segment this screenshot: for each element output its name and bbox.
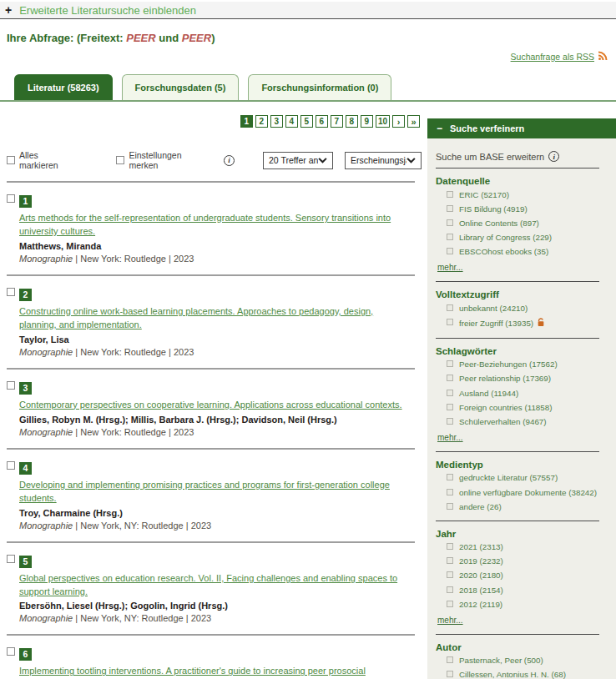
facet-checkbox[interactable] [447,375,453,381]
facet-checkbox[interactable] [447,191,453,198]
page-button-9[interactable]: 9 [361,115,373,128]
facet-checkbox[interactable] [447,489,453,495]
result-checkbox[interactable] [7,461,15,470]
facet-option[interactable]: gedruckte Literatur (57557) [436,473,603,484]
facet-option-label[interactable]: unbekannt (24210) [459,304,528,314]
facet-option[interactable]: 2021 (2313) [436,542,603,553]
facet-checkbox[interactable] [447,543,453,550]
result-title-link[interactable]: Contemporary perspectives on cooperative… [19,399,410,412]
facet-option-label[interactable]: EBSCOhost ebooks (35) [459,247,548,258]
facet-checkbox[interactable] [447,248,453,254]
page-button-3[interactable]: 3 [270,115,283,128]
result-title-link[interactable]: Developing and implementing promising pr… [19,479,410,505]
facet-option-label[interactable]: Peer relationship (17369) [459,374,551,385]
facet-more-link[interactable]: mehr... [437,263,463,272]
facet-option[interactable]: Schülerverhalten (9467) [436,417,603,428]
base-expand-link[interactable]: Suche um BASE erweitern i [436,151,599,168]
tab-forschungsinformation[interactable]: Forschungsinformation (0) [248,74,391,100]
page-button-4[interactable]: 4 [285,115,298,128]
base-expand-label[interactable]: Suche um BASE erweitern [436,152,544,162]
facet-option-label[interactable]: online verfügbare Dokumente (38242) [459,488,597,499]
facet-option[interactable]: 2018 (2154) [436,586,603,596]
facet-option[interactable]: Cillessen, Antonius H. N. (68) [436,670,603,679]
result-title-link[interactable]: Constructing online work-based learning … [19,305,410,332]
facet-option[interactable]: freier Zugriff (13935) [436,318,603,330]
facet-option-label[interactable]: Peer-Beziehungen (17562) [459,360,558,370]
facet-checkbox[interactable] [447,360,453,367]
facet-option[interactable]: Ausland (11944) [436,389,603,400]
advanced-search-toggle-label[interactable]: Erweiterte Literatursuche einblenden [19,4,196,17]
facet-checkbox[interactable] [447,503,453,510]
facet-checkbox[interactable] [447,586,453,593]
result-title-link[interactable]: Arts methods for the self-representation… [19,212,410,239]
facet-more-link[interactable]: mehr... [437,616,463,625]
refine-sidebar-header[interactable]: − Suche verfeinern [427,118,616,138]
rss-icon[interactable] [598,51,608,63]
facet-checkbox[interactable] [447,205,453,212]
page-button-10[interactable]: 10 [376,115,390,128]
facet-option-label[interactable]: ERIC (52170) [459,190,509,201]
rss-link[interactable]: Suchanfrage als RSS [511,52,594,62]
facet-checkbox[interactable] [447,319,453,325]
facet-checkbox[interactable] [447,234,453,240]
facet-option[interactable]: andere (26) [436,502,603,513]
remember-settings-checkbox[interactable] [116,156,124,164]
facet-option-label[interactable]: Pasternack, Peer (500) [459,656,543,666]
facet-option-label[interactable]: Online Contents (897) [459,219,539,229]
per-page-select[interactable]: 20 Treffer anzei [263,152,333,169]
facet-checkbox[interactable] [447,557,453,564]
facet-option-label[interactable]: 2019 (2232) [459,556,503,567]
facet-option-label[interactable]: 2012 (2119) [459,600,502,611]
info-icon[interactable]: i [548,151,559,162]
result-title-link[interactable]: Global perspectives on education researc… [19,572,410,599]
facet-option-label[interactable]: gedruckte Literatur (57557) [459,473,558,484]
facet-checkbox[interactable] [447,474,453,480]
facet-option[interactable]: online verfügbare Dokumente (38242) [436,488,603,499]
facet-option-label[interactable]: Ausland (11944) [459,389,518,400]
facet-option-label[interactable]: Cillessen, Antonius H. N. (68) [459,670,566,679]
facet-checkbox[interactable] [447,219,453,226]
facet-option[interactable]: 2020 (2180) [436,571,603,581]
next-page-button[interactable]: › [392,115,405,128]
facet-option[interactable]: FIS Bildung (4919) [436,204,603,215]
facet-option-label[interactable]: 2020 (2180) [459,571,503,581]
select-all-checkbox[interactable] [7,156,15,164]
facet-option[interactable]: ERIC (52170) [436,190,603,201]
facet-checkbox[interactable] [447,404,453,410]
facet-option-label[interactable]: Foreign countries (11858) [459,403,552,414]
facet-option-label[interactable]: andere (26) [459,502,502,513]
facet-option-label[interactable]: 2018 (2154) [459,586,503,596]
facet-checkbox[interactable] [447,304,453,311]
facet-checkbox[interactable] [447,656,453,663]
facet-checkbox[interactable] [447,571,453,578]
tab-literatur[interactable]: Literatur (58263) [14,74,113,100]
page-button-2[interactable]: 2 [255,115,268,128]
facet-option[interactable]: Online Contents (897) [436,219,603,229]
info-icon[interactable]: i [224,155,235,166]
facet-option[interactable]: 2019 (2232) [436,556,603,567]
result-checkbox[interactable] [7,555,15,563]
page-button-8[interactable]: 8 [346,115,358,128]
facet-checkbox[interactable] [447,601,453,607]
sort-select[interactable]: Erscheinungsjahr (a [345,152,422,169]
facet-option-label[interactable]: FIS Bildung (4919) [459,204,528,215]
facet-option[interactable]: EBSCOhost ebooks (35) [436,247,603,258]
result-checkbox[interactable] [7,194,15,203]
facet-more-link[interactable]: mehr... [437,433,463,442]
facet-option-label[interactable]: 2021 (2313) [459,542,503,553]
tab-forschungsdaten[interactable]: Forschungsdaten (5) [122,74,240,100]
last-page-button[interactable]: » [407,115,420,128]
page-button-5[interactable]: 5 [300,115,313,128]
result-checkbox[interactable] [7,381,15,390]
facet-option-label[interactable]: Library of Congress (229) [459,233,552,244]
facet-option-label[interactable]: Schülerverhalten (9467) [459,417,547,428]
page-button-6[interactable]: 6 [316,115,328,128]
result-checkbox[interactable] [7,288,15,296]
facet-option-label[interactable]: freier Zugriff (13935) [459,318,545,330]
result-checkbox[interactable] [7,647,15,656]
facet-option[interactable]: 2012 (2119) [436,600,603,611]
facet-option[interactable]: Peer-Beziehungen (17562) [436,360,603,370]
result-title-link[interactable]: Implementing tootling interventions. A p… [19,665,410,679]
facet-option[interactable]: Peer relationship (17369) [436,374,603,385]
page-button-7[interactable]: 7 [331,115,343,128]
